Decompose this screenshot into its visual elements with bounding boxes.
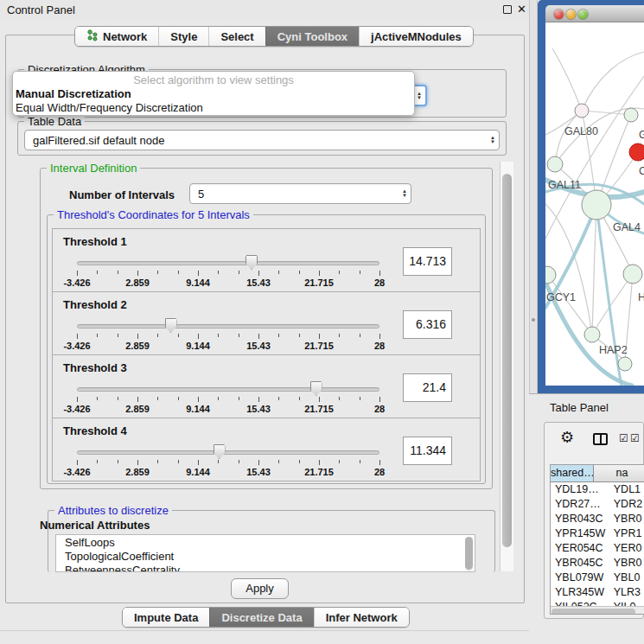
algorithm-option-equal-width-frequency-discretization[interactable]: Equal Width/Frequency Discretization bbox=[13, 101, 414, 115]
tab-select[interactable]: Select bbox=[208, 27, 265, 46]
slider-tick bbox=[319, 271, 320, 276]
attribute-item-selfloops[interactable]: SelfLoops bbox=[56, 535, 475, 549]
slider-track[interactable] bbox=[77, 261, 379, 265]
tab-style[interactable]: Style bbox=[158, 27, 208, 46]
network-node[interactable] bbox=[545, 266, 556, 284]
zoom-traffic-light[interactable] bbox=[578, 10, 588, 19]
network-node[interactable] bbox=[547, 156, 563, 172]
close-icon[interactable]: ✕ bbox=[517, 3, 526, 16]
table-data-combobox[interactable]: galFiltered.sif default node ▲▼ bbox=[24, 130, 500, 150]
slider-thumb[interactable] bbox=[245, 255, 258, 270]
network-node[interactable] bbox=[629, 143, 644, 161]
node-label-g: G bbox=[639, 129, 644, 141]
algorithm-option-manual-discretization[interactable]: Manual Discretization bbox=[13, 87, 414, 101]
table-hscroll-thumb[interactable] bbox=[552, 609, 635, 615]
slider-thumb[interactable] bbox=[310, 381, 322, 396]
network-node[interactable] bbox=[575, 104, 589, 118]
stepper-arrows-icon[interactable]: ▲▼ bbox=[413, 92, 425, 100]
split-columns-icon[interactable] bbox=[593, 433, 608, 445]
slider-tick bbox=[299, 460, 300, 463]
minimize-traffic-light[interactable] bbox=[566, 10, 576, 19]
number-of-intervals-combobox[interactable]: 5 ▲▼ bbox=[189, 183, 411, 204]
threshold-value-field[interactable]: 6.316 bbox=[403, 310, 452, 339]
node-label-gal11: GAL11 bbox=[548, 179, 581, 191]
scale-tick-label: 9.144 bbox=[186, 404, 210, 414]
tab-jactivemnodules[interactable]: jActiveMNodules bbox=[359, 27, 473, 46]
checkbox-icon[interactable]: ☑ bbox=[630, 432, 640, 444]
apply-button[interactable]: Apply bbox=[231, 578, 289, 599]
tab-cyni-toolbox[interactable]: Cyni Toolbox bbox=[265, 27, 359, 46]
table-row[interactable]: YDL19…YDL1 bbox=[551, 482, 644, 497]
slider-tick bbox=[137, 397, 138, 402]
network-node[interactable] bbox=[582, 190, 611, 220]
settings-scrollbar[interactable] bbox=[500, 162, 513, 571]
table-row[interactable]: YBR043CYBR0 bbox=[551, 512, 644, 526]
network-node[interactable] bbox=[623, 265, 642, 284]
node-label-gcy1: GCY1 bbox=[546, 291, 576, 303]
network-window-titlebar[interactable] bbox=[545, 5, 644, 22]
tab-infer-network[interactable]: Infer Network bbox=[314, 608, 409, 627]
table-row[interactable]: YBL079WYBL0 bbox=[551, 571, 644, 585]
attributes-scrollbar[interactable] bbox=[465, 537, 473, 571]
tab-impute-data[interactable]: Impute Data bbox=[123, 608, 209, 627]
numerical-attributes-list[interactable]: SelfLoopsTopologicalCoefficientBetweenne… bbox=[55, 534, 475, 572]
checkbox-icon[interactable]: ☑ bbox=[619, 432, 628, 444]
table-row[interactable]: YPR145WYPR1 bbox=[551, 526, 644, 541]
scale-tick-label: 9.144 bbox=[186, 277, 210, 288]
attributes-scrollbar-thumb[interactable] bbox=[465, 537, 473, 570]
cell-shared-name: YLR345W bbox=[551, 585, 612, 600]
slider-tick bbox=[118, 271, 118, 274]
divider-grip[interactable] bbox=[532, 318, 535, 322]
network-canvas[interactable]: GAL80GCGAL11GAL4GCY1HHAP2 bbox=[545, 22, 644, 386]
slider-tick bbox=[218, 397, 219, 400]
slider-tick bbox=[278, 271, 279, 274]
node-label-hap2: HAP2 bbox=[599, 344, 628, 356]
slider-tick bbox=[278, 397, 279, 400]
slider-tick bbox=[360, 460, 360, 463]
attribute-item-betweennesscentrality[interactable]: BetweennessCentrality bbox=[56, 563, 475, 572]
scale-tick-label: 2.859 bbox=[125, 467, 150, 477]
threshold-label: Threshold 2 bbox=[63, 298, 127, 311]
scale-tick-label: 15.43 bbox=[246, 341, 271, 351]
settings-viewport: Interval Definition Number of Intervals … bbox=[12, 161, 513, 572]
float-window-icon[interactable] bbox=[503, 5, 512, 14]
tab-discretize-data[interactable]: Discretize Data bbox=[209, 608, 313, 627]
scale-tick-label: 2.859 bbox=[125, 277, 150, 288]
slider-tick bbox=[339, 397, 340, 400]
threshold-value-field[interactable]: 21.4 bbox=[403, 373, 452, 402]
network-node[interactable] bbox=[624, 108, 638, 122]
column-header-name[interactable]: na bbox=[594, 465, 644, 481]
gear-icon[interactable]: ⚙ bbox=[560, 430, 574, 445]
network-node[interactable] bbox=[618, 357, 632, 371]
table-row[interactable]: YLR345WYLR3 bbox=[551, 585, 644, 600]
slider-tick bbox=[339, 460, 340, 463]
threshold-value-field[interactable]: 14.713 bbox=[403, 247, 452, 276]
table-row[interactable]: YER054CYER0 bbox=[551, 541, 644, 556]
close-traffic-light[interactable] bbox=[554, 10, 564, 19]
table-horizontal-scrollbar[interactable] bbox=[551, 606, 644, 615]
table-row[interactable]: YDR27…YDR2 bbox=[551, 497, 644, 512]
tab-network[interactable]: Network bbox=[75, 27, 158, 46]
slider-tick bbox=[319, 460, 320, 465]
slider-thumb[interactable] bbox=[214, 444, 226, 459]
stepper-arrows-icon[interactable]: ▲▼ bbox=[399, 189, 411, 198]
slider-tick bbox=[239, 334, 239, 337]
slider-track[interactable] bbox=[77, 324, 379, 328]
slider-thumb[interactable] bbox=[165, 318, 177, 333]
slider-track[interactable] bbox=[77, 450, 379, 455]
slider-tick bbox=[258, 271, 259, 276]
column-header-shared-name[interactable]: shared… bbox=[551, 465, 594, 481]
tab-label: Select bbox=[220, 30, 253, 43]
settings-scrollbar-thumb[interactable] bbox=[502, 174, 512, 547]
attribute-item-topologicalcoefficient[interactable]: TopologicalCoefficient bbox=[56, 549, 475, 563]
network-node[interactable] bbox=[584, 327, 600, 342]
slider-track[interactable] bbox=[77, 387, 379, 392]
slider-tick bbox=[258, 460, 259, 465]
slider-tick bbox=[360, 334, 360, 337]
slider-tick bbox=[157, 271, 158, 274]
slider-tick bbox=[97, 271, 98, 274]
slider-tick bbox=[137, 460, 138, 465]
table-row[interactable]: YBR045CYBR0 bbox=[551, 556, 644, 571]
threshold-value-field[interactable]: 11.344 bbox=[403, 437, 452, 465]
stepper-arrows-icon[interactable]: ▲▼ bbox=[487, 136, 499, 144]
